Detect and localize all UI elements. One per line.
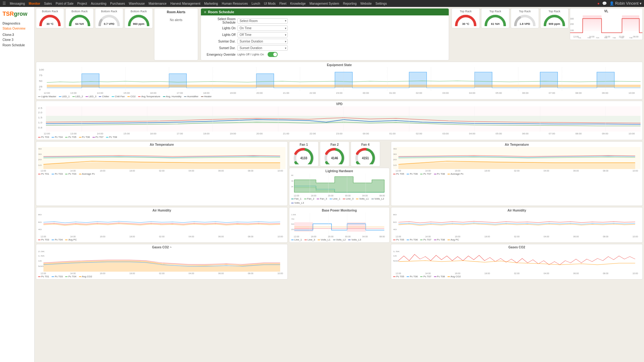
svg-text:40: 40 <box>38 148 42 150</box>
select-room-input[interactable]: Select Room <box>237 18 288 24</box>
room-schedule-body: Select Room Schedule Select Room Lights … <box>201 15 449 60</box>
fan-gauges-row: Fan 1 4133 Fan 2 <box>289 141 390 167</box>
label-lights-off: Lights Off <box>204 33 236 37</box>
svg-text:0.7 VPD: 0.7 VPD <box>104 22 114 25</box>
nav-harvest[interactable]: Harvest Management <box>170 2 201 5</box>
svg-text:61 %H: 61 %H <box>491 22 499 25</box>
air-humidity-right-legend: Pc T05 Pc T06 Pc T07 Pc T08 Avg PC <box>393 238 641 241</box>
svg-text:0: 0 <box>39 88 41 91</box>
svg-text:909 ppm: 909 ppm <box>549 22 560 25</box>
svg-text:0.8: 0.8 <box>38 126 42 129</box>
gauge-top-vpd-title: Top Rack <box>513 10 537 13</box>
gauge-bottom-co2: Bottom Rack 960 ppm <box>125 8 153 28</box>
nav-messaging[interactable]: Messaging <box>10 2 25 5</box>
svg-text:500: 500 <box>38 265 43 267</box>
nav-reporting[interactable]: Reporting <box>343 2 357 5</box>
gauge-bottom-vpd-svg: 0.7 VPD <box>98 14 120 26</box>
nav-mgmt[interactable]: Management System <box>309 2 339 5</box>
center-section: Room Alerts No alerts ≡ Room Schedule Se… <box>154 8 450 60</box>
row5: Gases CO2 ~ 2.0K 1.5K 1K 500 12:0014:001… <box>36 244 643 280</box>
svg-text:500: 500 <box>393 260 398 262</box>
select-sunset-input[interactable]: Sunset Duration <box>237 45 288 51</box>
svg-text:60: 60 <box>393 221 397 223</box>
nav-maintenance[interactable]: Maintenance <box>148 2 166 5</box>
svg-text:200: 200 <box>570 23 574 25</box>
svg-text:4133: 4133 <box>300 156 308 160</box>
select-lights-on-input[interactable]: On Time <box>237 25 288 31</box>
label-emergency: Emergency Override <box>204 53 236 56</box>
fan1-svg: 4133 <box>291 147 316 164</box>
logo-tsr: TSR <box>3 11 14 17</box>
nav-warehouse[interactable]: Warehouse <box>129 2 145 5</box>
svg-text:1.5K: 1.5K <box>393 250 400 252</box>
main-layout: TSRgrow Diagnostics Status Overview Clon… <box>0 7 644 362</box>
lighting-legend: Fan_1 Fan_2 Fan_3 Line_1 Line_3 Volts_L1… <box>291 197 387 204</box>
emergency-toggle[interactable] <box>268 52 278 57</box>
svg-text:06:00: 06:00 <box>633 36 639 38</box>
sidebar-item-clone3[interactable]: Clone 3 <box>0 37 34 42</box>
form-row-lights-on: Lights On On Time <box>204 25 446 31</box>
equipment-state-title: Equipment State <box>38 63 641 67</box>
user-menu[interactable]: 👤 Robin Vincent ▾ <box>609 1 641 6</box>
air-temp-right-legend: Pc T05 Pc T06 Pc T07 Pc T08 Average Pc <box>393 173 641 175</box>
alerts-card: Room Alerts No alerts <box>154 8 198 60</box>
svg-text:30: 30 <box>393 153 397 155</box>
nav-hr[interactable]: Human Resources <box>222 2 248 5</box>
air-humidity-left-title: Air Humidity <box>38 209 286 212</box>
sidebar-item-status-overview[interactable]: Status Overview <box>0 26 34 31</box>
lighting-hardware-title: Lighting Hardware <box>291 169 387 173</box>
select-lights-off-wrapper: Off Time <box>237 32 288 37</box>
svg-rect-9 <box>622 15 639 31</box>
nav-ui-mods[interactable]: UI Mods <box>264 2 275 5</box>
svg-text:T03: T03 <box>587 37 591 39</box>
svg-text:20: 20 <box>393 158 397 161</box>
gases-co2-left-title: Gases CO2 ~ <box>38 246 286 249</box>
nav-purchases[interactable]: Purchases <box>110 2 125 5</box>
nav-knowledge[interactable]: Knowledge <box>290 2 306 5</box>
nav-fleet[interactable]: Fleet <box>279 2 286 5</box>
nav-project[interactable]: Project <box>77 2 87 5</box>
svg-text:80: 80 <box>38 213 42 216</box>
svg-text:750: 750 <box>291 218 295 220</box>
gauge-bottom-temp-svg: 30 °C <box>39 14 61 26</box>
svg-text:10: 10 <box>38 164 42 166</box>
gauge-bottom-vpd: Bottom Rack 0.7 VPD <box>95 8 123 28</box>
select-lights-off-input[interactable]: Off Time <box>237 32 288 37</box>
nav-right-area: ● 💬 👤 Robin Vincent ▾ <box>597 1 641 6</box>
row3: Air Temperature 40 30 20 10 12:0014:0016… <box>36 141 643 206</box>
svg-text:2.0K: 2.0K <box>38 250 45 252</box>
svg-text:300: 300 <box>570 18 574 20</box>
nav-sales[interactable]: Sales <box>44 2 52 5</box>
svg-text:T06: T06 <box>613 37 616 39</box>
nav-lunch[interactable]: Lunch <box>252 2 260 5</box>
nav-pos[interactable]: Point of Sale <box>56 2 74 5</box>
gauge-bottom-temp: Bottom Rack 30 °C <box>36 8 64 28</box>
nav-settings[interactable]: Settings <box>375 2 387 5</box>
chat-icon[interactable]: 💬 <box>602 1 607 6</box>
gases-co2-right-title: Gases CO2 <box>393 246 641 249</box>
nav-accounting[interactable]: Accounting <box>91 2 106 5</box>
nav-marketing[interactable]: Marketing <box>204 2 218 5</box>
notification-icon[interactable]: ● <box>597 1 600 6</box>
sidebar-item-room-schedule[interactable]: Room Schedule <box>0 42 34 48</box>
svg-text:4146: 4146 <box>331 156 338 160</box>
fan4-svg: 4151 <box>353 147 378 164</box>
svg-text:2.5: 2.5 <box>38 107 42 109</box>
lighting-hardware-chart: Lighting Hardware 6K 4K 2K <box>289 168 390 206</box>
select-sunrise-input[interactable]: Sunrise Duration <box>237 39 288 44</box>
nav-website[interactable]: Website <box>360 2 372 5</box>
nav-monitor[interactable]: Monitor <box>29 2 40 5</box>
gases-co2-right-chart: Gases CO2 1.5K 1K 500 12:0014:0016:0018:… <box>391 244 643 280</box>
svg-text:40: 40 <box>393 228 397 230</box>
content-area: Bottom Rack 30 °C Bottom Rack 64 %H <box>35 7 644 362</box>
gauge-top-vpd-svg: 1.8 VPD <box>514 14 536 26</box>
gauge-bottom-humidity: Bottom Rack 64 %H <box>65 8 94 28</box>
gauge-top-humidity-title: Top Rack <box>483 10 507 13</box>
logo-grow: grow <box>14 11 27 17</box>
bottom-rack-gauges: Bottom Rack 30 °C Bottom Rack 64 %H <box>36 8 153 28</box>
gases-co2-left-svg: 2.0K 1.5K 1K 500 <box>38 250 286 272</box>
hamburger-icon[interactable]: ☰ <box>3 1 6 6</box>
form-row-select-room: Select Room Schedule Select Room <box>204 17 446 24</box>
svg-text:100: 100 <box>570 29 574 31</box>
gauge-bottom-temp-title: Bottom Rack <box>38 10 62 13</box>
